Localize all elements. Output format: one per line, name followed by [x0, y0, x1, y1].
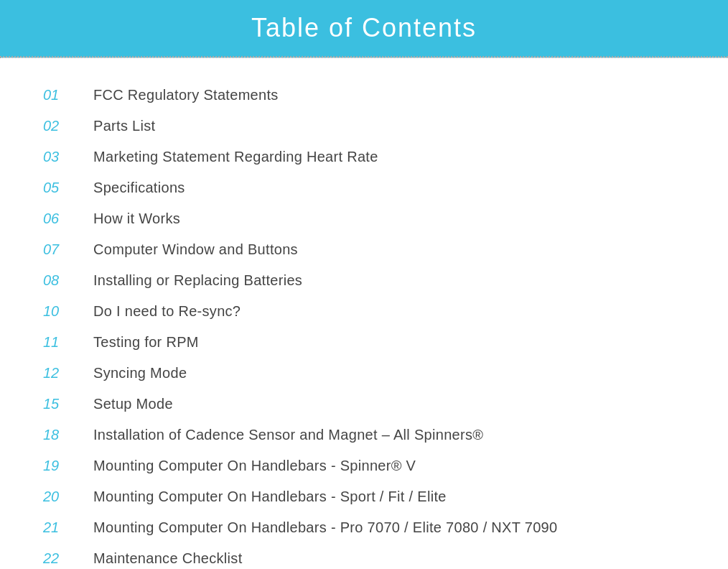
toc-number: 10	[43, 303, 93, 320]
toc-item: 02Parts List	[43, 111, 685, 142]
toc-number: 18	[43, 427, 93, 443]
toc-label: Installing or Replacing Batteries	[93, 272, 302, 289]
toc-item: 18Installation of Cadence Sensor and Mag…	[43, 420, 685, 450]
toc-label: How it Works	[93, 211, 180, 227]
toc-label: Parts List	[93, 118, 155, 134]
toc-number: 08	[43, 272, 93, 289]
toc-content: 01FCC Regulatory Statements02Parts List0…	[0, 58, 728, 569]
toc-item: 11Testing for RPM	[43, 327, 685, 358]
toc-label: Mounting Computer On Handlebars - Spinne…	[93, 458, 416, 474]
toc-label: Computer Window and Buttons	[93, 241, 298, 258]
header-title: Table of Contents	[251, 13, 477, 42]
toc-list: 01FCC Regulatory Statements02Parts List0…	[43, 80, 685, 569]
toc-item: 19Mounting Computer On Handlebars - Spin…	[43, 450, 685, 481]
toc-number: 01	[43, 87, 93, 103]
toc-item: 07Computer Window and Buttons	[43, 234, 685, 265]
toc-label: Syncing Mode	[93, 365, 187, 381]
toc-item: 21Mounting Computer On Handlebars - Pro …	[43, 512, 685, 543]
header: Table of Contents	[0, 0, 728, 57]
toc-item: 12Syncing Mode	[43, 358, 685, 389]
toc-number: 11	[43, 334, 93, 351]
toc-number: 06	[43, 211, 93, 227]
toc-number: 05	[43, 180, 93, 196]
page-wrapper: Table of Contents 01FCC Regulatory State…	[0, 0, 728, 569]
toc-label: Installation of Cadence Sensor and Magne…	[93, 427, 483, 443]
toc-item: 10Do I need to Re-sync?	[43, 296, 685, 327]
toc-label: Maintenance Checklist	[93, 550, 243, 567]
toc-label: Setup Mode	[93, 396, 173, 412]
toc-label: FCC Regulatory Statements	[93, 87, 279, 103]
toc-number: 15	[43, 396, 93, 412]
toc-label: Marketing Statement Regarding Heart Rate	[93, 149, 378, 165]
toc-number: 20	[43, 489, 93, 505]
toc-number: 03	[43, 149, 93, 165]
toc-number: 22	[43, 550, 93, 567]
toc-label: Mounting Computer On Handlebars - Sport …	[93, 489, 447, 505]
toc-item: 06How it Works	[43, 203, 685, 234]
toc-item: 15Setup Mode	[43, 389, 685, 420]
toc-number: 12	[43, 365, 93, 381]
toc-item: 03Marketing Statement Regarding Heart Ra…	[43, 142, 685, 172]
toc-item: 01FCC Regulatory Statements	[43, 80, 685, 111]
toc-number: 02	[43, 118, 93, 134]
toc-item: 05Specifications	[43, 172, 685, 203]
toc-number: 07	[43, 241, 93, 258]
toc-item: 08Installing or Replacing Batteries	[43, 265, 685, 296]
toc-label: Mounting Computer On Handlebars - Pro 70…	[93, 519, 557, 536]
toc-label: Specifications	[93, 180, 185, 196]
toc-label: Testing for RPM	[93, 334, 199, 351]
toc-item: 20Mounting Computer On Handlebars - Spor…	[43, 481, 685, 512]
toc-number: 19	[43, 458, 93, 474]
toc-number: 21	[43, 519, 93, 536]
toc-item: 22Maintenance Checklist	[43, 543, 685, 569]
toc-label: Do I need to Re-sync?	[93, 303, 241, 320]
